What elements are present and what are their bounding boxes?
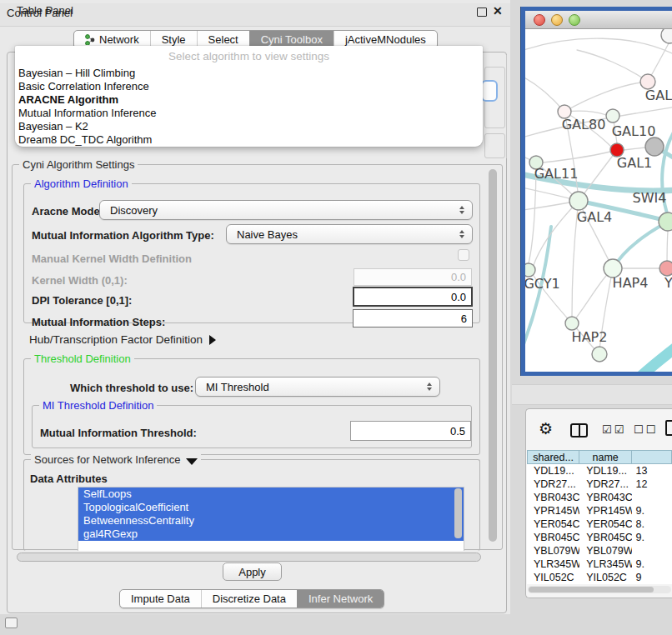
node-HAP2[interactable] [565, 317, 579, 330]
tab-label: jActiveMNodules [345, 33, 426, 46]
algorithm-option[interactable]: Bayesian – K2 [18, 120, 480, 133]
algorithm-option[interactable]: ARACNE Algorithm [18, 93, 480, 107]
mi-type-combo[interactable]: Naive Bayes [226, 224, 473, 244]
settings-horizontal-scrollbar[interactable] [17, 552, 481, 562]
table-cell: YDR27... [579, 478, 632, 491]
column-header[interactable]: shared... [527, 450, 579, 464]
tab-impute-data[interactable]: Impute Data [120, 590, 201, 608]
attribute-item[interactable]: gal4RGexp [78, 528, 464, 541]
network-edge[interactable] [525, 38, 672, 53]
column-header[interactable] [632, 450, 672, 464]
columns-icon[interactable] [570, 423, 588, 438]
table-cell: YER054C [579, 518, 632, 531]
table-row[interactable]: YBR043CYBR043C [527, 491, 672, 504]
tab-discretize-data[interactable]: Discretize Data [201, 590, 297, 608]
algorithm-placeholder: Select algorithm to view settings [15, 50, 483, 62]
attributes-scrollbar[interactable] [454, 488, 462, 538]
table-row[interactable]: YDR27...YDR27...12 [527, 478, 672, 491]
table-horizontal-scrollbar[interactable] [528, 586, 671, 593]
kernel-width-field[interactable]: 0.0 [354, 268, 472, 286]
table-cell: YLR345W [579, 558, 632, 571]
node-GCY1[interactable] [525, 263, 535, 277]
attribute-item[interactable]: BetweennessCentrality [78, 514, 464, 528]
bottom-tabbar: Impute DataDiscretize DataInfer Network [119, 589, 384, 608]
gear-icon[interactable]: ⚙ [539, 419, 553, 438]
sources-group-title[interactable]: Sources for Network Inference [31, 453, 201, 466]
algorithm-option[interactable]: Dream8 DC_TDC Algorithm [18, 133, 480, 147]
float-window-icon[interactable] [477, 8, 487, 17]
table-row[interactable]: YBL079WYBL079W [527, 544, 672, 558]
document-icon[interactable] [665, 420, 672, 436]
unchecked-boxes-icon[interactable]: ☐☐ [634, 423, 658, 436]
table-row[interactable]: YLR345WYLR345W9. [527, 558, 672, 571]
network-edge[interactable] [572, 275, 607, 323]
attribute-item[interactable]: TopologicalCoefficient [78, 501, 464, 514]
manual-kernel-checkbox[interactable] [458, 249, 469, 261]
node-gray[interactable] [645, 138, 664, 156]
tab-infer-network[interactable]: Infer Network [297, 590, 384, 608]
node-attribute-table[interactable]: shared...nameYDL19...YDL19...13YDR27...Y… [527, 450, 672, 584]
table-cell: YBL079W [527, 544, 579, 558]
table-cell: 9. [632, 504, 672, 518]
network-edge[interactable] [564, 82, 641, 112]
apply-button[interactable]: Apply [223, 562, 282, 581]
algorithm-option[interactable]: Basic Correlation Inference [18, 80, 480, 93]
node-partial-bottom[interactable] [592, 347, 607, 362]
network-edge[interactable] [525, 227, 551, 365]
node-label-SWI4: SWI4 [633, 190, 667, 206]
network-edge[interactable] [640, 345, 672, 372]
network-edge[interactable] [577, 50, 648, 82]
zoom-traffic-light-icon[interactable] [569, 14, 580, 26]
close-icon[interactable]: ✕ [493, 4, 503, 18]
data-attributes-list[interactable]: SelfLoopsTopologicalCoefficientBetweenne… [78, 487, 464, 551]
network-edge[interactable] [624, 148, 645, 150]
algorithm-option[interactable]: Mutual Information Inference [18, 107, 480, 120]
node-GAL10[interactable] [606, 109, 619, 122]
mi-threshold-label: Mutual Information Threshold: [40, 427, 197, 439]
mi-threshold-field[interactable]: 0.5 [350, 421, 471, 441]
table-row[interactable]: YER054CYER054C8. [527, 518, 672, 531]
network-edge[interactable] [614, 222, 668, 268]
node-label-Y: Y [664, 275, 672, 291]
node-label-GAL: GAL [645, 88, 672, 103]
network-canvas[interactable]: GALGAL80GAL10GAL1GAL11SWI4GAL4GCY1HAP4YH… [525, 29, 672, 372]
algorithm-option[interactable]: Bayesian – Hill Climbing [18, 67, 480, 80]
dpi-tolerance-field[interactable]: 0.0 [353, 287, 473, 307]
table-cell: YBL079W [579, 544, 632, 558]
table-cell: YDL19... [527, 464, 579, 478]
node-salmon[interactable] [659, 261, 672, 276]
mini-window-icon[interactable] [5, 618, 18, 628]
algorithm-definition-title: Algorithm Definition [31, 178, 132, 190]
data-attributes-label: Data Attributes [30, 472, 108, 485]
aracne-mode-combo[interactable]: Discovery [99, 200, 473, 220]
checked-boxes-icon[interactable]: ☑☑ [602, 423, 626, 436]
table-cell: YIL052C [579, 571, 632, 584]
node-partial-top[interactable] [661, 29, 672, 43]
mi-steps-field[interactable]: 6 [353, 309, 473, 328]
table-cell: YBR045C [579, 531, 632, 544]
network-edge[interactable] [525, 73, 564, 112]
hub-definition-toggle[interactable]: Hub/Transcription Factor Definition [29, 333, 216, 346]
close-traffic-light-icon[interactable] [534, 14, 545, 26]
which-threshold-combo[interactable]: MI Threshold [195, 377, 440, 397]
network-graph: GALGAL80GAL10GAL1GAL11SWI4GAL4GCY1HAP4YH… [525, 29, 672, 372]
minimize-traffic-light-icon[interactable] [551, 14, 563, 26]
table-row[interactable]: YDL19...YDL19...13 [527, 464, 672, 478]
table-cell: 9. [632, 531, 672, 544]
column-header[interactable]: name [579, 450, 632, 464]
network-edge[interactable] [534, 201, 579, 265]
settings-vertical-scrollbar[interactable] [489, 169, 497, 542]
attribute-item[interactable]: SelfLoops [78, 488, 464, 501]
network-window-titlebar[interactable] [525, 11, 672, 29]
node-SWI4[interactable] [659, 212, 672, 231]
table-cell: 9 [632, 571, 672, 584]
network-view-window: GALGAL80GAL10GAL1GAL11SWI4GAL4GCY1HAP4YH… [521, 7, 672, 376]
table-hscroll-thumb[interactable] [529, 587, 654, 592]
network-edge[interactable] [543, 150, 617, 162]
table-panel-headerbar [512, 384, 672, 405]
table-row[interactable]: YBR045CYBR045C9. [527, 531, 672, 544]
table-row[interactable]: YPR145WYPR145W9. [527, 504, 672, 518]
table-row[interactable]: YIL052CYIL052C9 [527, 571, 672, 584]
which-threshold-label: Which threshold to use: [70, 382, 193, 394]
node-GAL4[interactable] [569, 192, 588, 210]
